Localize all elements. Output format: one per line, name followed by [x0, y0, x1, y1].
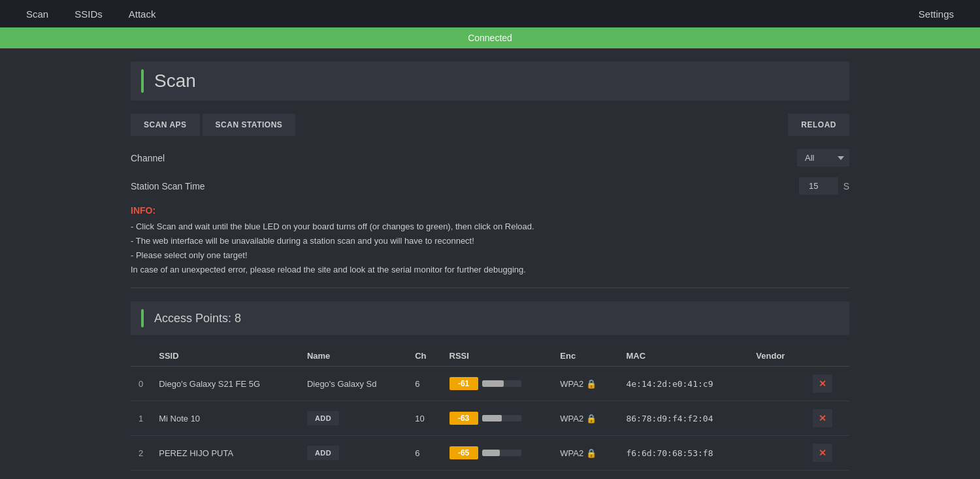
table-row: 1Mi Note 10ADD10-63WPA2🔒86:78:d9:f4:f2:0… [131, 401, 849, 436]
row-ch: 10 [407, 401, 441, 436]
row-mac: 86:78:d9:f4:f2:04 [618, 401, 748, 436]
station-scan-time-row: Station Scan Time S [131, 177, 849, 195]
row-ch: 6 [407, 367, 441, 401]
rssi-fill [482, 450, 500, 456]
nav-ssids[interactable]: SSIDs [61, 0, 116, 27]
info-text: - Click Scan and wait until the blue LED… [131, 220, 849, 277]
tab-scan-aps[interactable]: SCAN APS [131, 114, 200, 136]
col-actions [805, 346, 849, 367]
row-name[interactable]: ADD [299, 436, 407, 471]
col-name: Name [299, 346, 407, 367]
rssi-bar-wrap: -65 [449, 446, 545, 459]
main-content: Scan SCAN APS SCAN STATIONS RELOAD Chann… [118, 48, 862, 479]
tabs-row: SCAN APS SCAN STATIONS RELOAD [131, 114, 849, 136]
top-nav: Scan SSIDs Attack Settings [0, 0, 980, 27]
row-num: 0 [131, 367, 151, 401]
row-enc: WPA2🔒 [552, 401, 618, 436]
table-row: 0Diego's Galaxy S21 FE 5GDiego's Galaxy … [131, 367, 849, 401]
rssi-badge: -65 [449, 446, 478, 459]
station-scan-time-input[interactable] [799, 177, 838, 195]
rssi-badge: -63 [449, 412, 478, 425]
row-name: Diego's Galaxy Sd [299, 367, 407, 401]
delete-button[interactable]: ✕ [813, 444, 832, 462]
lock-icon: 🔒 [586, 448, 596, 458]
rssi-fill [482, 380, 504, 387]
row-ch: 6 [407, 436, 441, 471]
row-delete-cell: ✕ [805, 401, 849, 436]
add-name-button[interactable]: ADD [307, 446, 339, 460]
lock-icon: 🔒 [586, 414, 596, 423]
status-bar: Connected [0, 27, 980, 48]
add-name-button[interactable]: ADD [307, 411, 339, 425]
section-accent-bar [141, 309, 144, 327]
page-title-accent [141, 69, 144, 93]
info-section: INFO: - Click Scan and wait until the bl… [131, 205, 849, 288]
info-line-3: - Please select only one target! [131, 248, 849, 263]
nav-attack[interactable]: Attack [116, 0, 169, 27]
col-enc: Enc [552, 346, 618, 367]
row-vendor [748, 436, 804, 471]
channel-row: Channel All 1234 5678 910111213 [131, 149, 849, 167]
row-enc: WPA2🔒 [552, 367, 618, 401]
row-rssi: -63 [442, 401, 553, 436]
row-vendor [748, 401, 804, 436]
rssi-bar-wrap: -61 [449, 377, 545, 390]
row-delete-cell: ✕ [805, 436, 849, 471]
access-points-table: SSID Name Ch RSSI Enc MAC Vendor 0Diego'… [131, 346, 849, 471]
row-mac: f6:6d:70:68:53:f8 [618, 436, 748, 471]
row-name[interactable]: ADD [299, 401, 407, 436]
rssi-bar-wrap: -63 [449, 412, 545, 425]
rssi-badge: -61 [449, 377, 478, 390]
info-line-4: In case of an unexpected error, please r… [131, 263, 849, 277]
nav-scan[interactable]: Scan [13, 0, 61, 27]
col-ch: Ch [407, 346, 441, 367]
rssi-track [482, 380, 521, 387]
page-title: Scan [154, 71, 196, 91]
info-line-1: - Click Scan and wait until the blue LED… [131, 220, 849, 234]
delete-button[interactable]: ✕ [813, 409, 832, 427]
row-vendor [748, 367, 804, 401]
page-title-wrapper: Scan [131, 61, 849, 101]
row-enc: WPA2🔒 [552, 436, 618, 471]
col-rssi: RSSI [442, 346, 553, 367]
reload-button[interactable]: RELOAD [788, 114, 849, 136]
channel-label: Channel [131, 153, 248, 163]
rssi-fill [482, 415, 502, 421]
enc-label: WPA2 [560, 414, 583, 423]
col-ssid-num [131, 346, 151, 367]
row-ssid: PEREZ HIJO PUTA [151, 436, 299, 471]
rssi-track [482, 450, 521, 456]
table-header-row: SSID Name Ch RSSI Enc MAC Vendor [131, 346, 849, 367]
row-num: 2 [131, 436, 151, 471]
lock-icon: 🔒 [586, 379, 596, 389]
access-points-header: Access Points: 8 [131, 301, 849, 335]
channel-select[interactable]: All 1234 5678 910111213 [797, 149, 849, 167]
tab-scan-stations[interactable]: SCAN STATIONS [203, 114, 296, 136]
station-scan-time-suffix: S [843, 181, 849, 191]
col-ssid: SSID [151, 346, 299, 367]
info-label: INFO: [131, 205, 849, 216]
nav-settings[interactable]: Settings [906, 0, 967, 27]
delete-button[interactable]: ✕ [813, 374, 832, 393]
row-mac: 4e:14:2d:e0:41:c9 [618, 367, 748, 401]
enc-label: WPA2 [560, 379, 583, 389]
col-mac: MAC [618, 346, 748, 367]
row-ssid: Diego's Galaxy S21 FE 5G [151, 367, 299, 401]
table-row: 2PEREZ HIJO PUTAADD6-65WPA2🔒f6:6d:70:68:… [131, 436, 849, 471]
row-rssi: -61 [442, 367, 553, 401]
info-line-2: - The web interface will be unavailable … [131, 234, 849, 248]
row-delete-cell: ✕ [805, 367, 849, 401]
row-num: 1 [131, 401, 151, 436]
enc-label: WPA2 [560, 448, 583, 458]
row-rssi: -65 [442, 436, 553, 471]
access-points-title: Access Points: 8 [154, 312, 241, 325]
col-vendor: Vendor [748, 346, 804, 367]
row-ssid: Mi Note 10 [151, 401, 299, 436]
rssi-track [482, 415, 521, 421]
station-scan-time-label: Station Scan Time [131, 181, 248, 191]
